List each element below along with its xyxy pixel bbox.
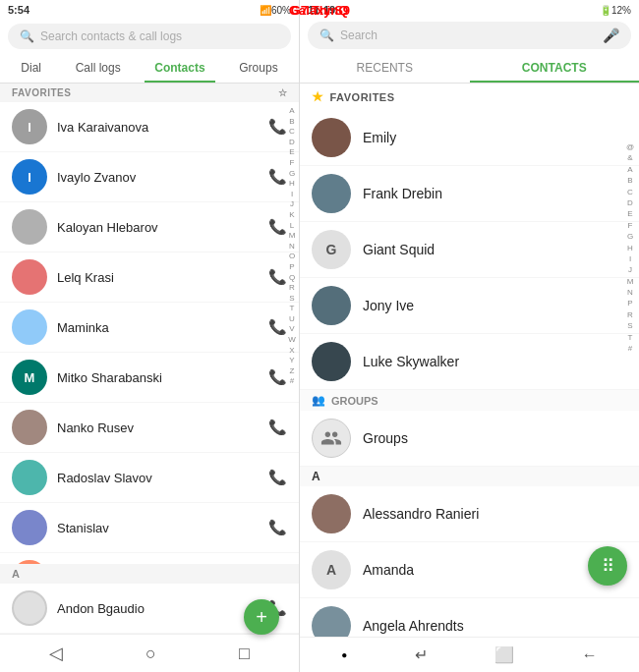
contact-row[interactable]: I Ivaylo Zvanov 📞	[0, 152, 299, 202]
bottom-nav-right: ● ↵ ⬜ ←	[300, 637, 639, 672]
favorite-contact-luke[interactable]: Luke Skywalker	[300, 334, 639, 390]
avatar	[12, 259, 47, 295]
search-icon-right: 🔍	[320, 28, 334, 42]
star-icon: ★	[312, 89, 324, 104]
groups-row[interactable]: Groups	[300, 411, 639, 467]
avatar: A	[312, 550, 351, 589]
contact-name: Jony Ive	[363, 298, 414, 313]
favorite-contact-frank[interactable]: Frank Drebin	[300, 166, 639, 222]
avatar: I	[12, 109, 47, 144]
contact-row-alessandro[interactable]: Alessandro Ranieri	[300, 486, 639, 542]
avatar: I	[12, 159, 47, 195]
avatar-luke	[312, 342, 351, 381]
contact-name: Maminka	[57, 320, 259, 335]
avatar	[12, 560, 47, 564]
right-panel: 11:19 Galaxy S9 🔋12% 🔍 Search 🎤 RECENTS …	[300, 0, 639, 672]
avatar-jony	[312, 286, 351, 325]
contact-name: Radoslav Slavov	[57, 471, 259, 485]
avatar: M	[12, 360, 47, 395]
search-bar-left[interactable]: 🔍 Search contacts & call logs	[8, 24, 291, 49]
contact-row[interactable]: Stanislav 📞	[0, 503, 299, 553]
contact-name: Iva Karaivanova	[57, 120, 259, 135]
search-icon-left: 🔍	[20, 29, 34, 43]
section-a-left: A	[0, 564, 299, 584]
contact-row[interactable]: Lelq Krasi 📞	[0, 252, 299, 303]
bottom-nav-left: ◁ ○ □	[0, 634, 299, 672]
favorites-header-right: ★ FAVORITES	[300, 84, 639, 110]
window-icon[interactable]: ⬜	[494, 645, 514, 664]
mic-icon-right[interactable]: 🎤	[603, 28, 619, 43]
search-bar-right[interactable]: 🔍 Search 🎤	[308, 22, 631, 49]
contacts-list-left[interactable]: I Iva Karaivanova 📞 I Ivaylo Zvanov 📞 Ka…	[0, 102, 299, 564]
tabs-row-right: RECENTS CONTACTS	[300, 53, 639, 84]
contact-name: Ivaylo Zvanov	[57, 170, 259, 185]
tab-contacts[interactable]: Contacts	[145, 53, 214, 83]
avatar-emily	[312, 118, 351, 157]
avatar-giant: G	[312, 230, 351, 269]
dot-icon: ●	[341, 649, 347, 660]
right-contacts-list[interactable]: ★ FAVORITES Emily Frank Drebin G Giant S…	[300, 84, 639, 637]
contact-name-andon: Andon Bgaudio	[57, 601, 259, 616]
avatar	[12, 309, 47, 345]
contact-name: Kaloyan Hlebarov	[57, 220, 259, 235]
avatar	[312, 606, 351, 637]
contact-row[interactable]: Tatko 📞	[0, 553, 299, 564]
avatar-groups	[312, 419, 351, 458]
contact-name: Stanislav	[57, 521, 259, 535]
contact-name: Frank Drebin	[363, 186, 442, 201]
favorite-contact-jony[interactable]: Jony Ive	[300, 278, 639, 334]
tab-calllogs[interactable]: Call logs	[66, 53, 131, 83]
forward-icon[interactable]: ↵	[415, 645, 428, 664]
groups-icon: 👥	[312, 394, 325, 407]
avatar	[312, 494, 351, 533]
contact-name: Lelq Krasi	[57, 270, 259, 285]
alpha-divider-a: A	[300, 467, 639, 486]
fab-left[interactable]: +	[244, 599, 279, 635]
contact-name: Angela Ahrendts	[363, 618, 464, 634]
contact-name: Giant Squid	[363, 242, 435, 257]
tabs-row-left: Dial Call logs Contacts Groups	[0, 53, 299, 84]
tab-dial[interactable]: Dial	[11, 53, 51, 83]
contact-name: Mitko Sharabanski	[57, 370, 259, 385]
groups-section-header: 👥 GROUPS	[300, 390, 639, 411]
contact-row[interactable]: I Iva Karaivanova 📞	[0, 102, 299, 152]
contact-row[interactable]: Nanko Rusev 📞	[0, 403, 299, 453]
contact-name: Groups	[363, 430, 408, 446]
search-placeholder-left: Search contacts & call logs	[40, 29, 182, 43]
favorite-contact-giant[interactable]: G Giant Squid	[300, 222, 639, 278]
avatar-frank	[312, 174, 351, 213]
status-bar-left: 5:54 G7 ThinQ 📶60%	[0, 0, 299, 20]
avatar	[12, 510, 47, 545]
contact-name: Nanko Rusev	[57, 420, 259, 435]
contact-name: Luke Skywalker	[363, 354, 459, 369]
tab-groups[interactable]: Groups	[229, 53, 287, 83]
recents-button[interactable]: □	[239, 644, 250, 664]
contact-row-angela[interactable]: Angela Ahrendts	[300, 598, 639, 637]
alpha-index-right: @ & A B C D E F G H I J M N P R S T #	[623, 84, 637, 637]
contact-row[interactable]: Maminka 📞	[0, 303, 299, 353]
alpha-index-left: A B C D E F G H I J K L M N O P Q R S T …	[285, 102, 299, 564]
contact-name: Amanda	[363, 562, 414, 578]
back-icon-right[interactable]: ←	[582, 646, 598, 664]
contact-row-andon[interactable]: Andon Bgaudio 📞 +	[0, 584, 299, 634]
contact-name: Emily	[363, 130, 396, 145]
search-placeholder-right: Search	[340, 28, 597, 42]
back-button[interactable]: ◁	[49, 643, 63, 664]
contact-row[interactable]: Kaloyan Hlebarov 📞	[0, 202, 299, 252]
device-label-right: Galaxy S9	[300, 3, 350, 18]
tab-contacts-right[interactable]: CONTACTS	[470, 53, 640, 83]
left-panel: 5:54 G7 ThinQ 📶60% 🔍 Search contacts & c…	[0, 0, 300, 672]
contact-name: Alessandro Ranieri	[363, 506, 479, 522]
avatar-andon	[12, 590, 47, 626]
tab-recents[interactable]: RECENTS	[300, 53, 470, 83]
avatar	[12, 410, 47, 445]
contact-row[interactable]: M Mitko Sharabanski 📞	[0, 353, 299, 403]
avatar	[12, 209, 47, 245]
home-button[interactable]: ○	[145, 644, 156, 664]
device-label-left: G7 ThinQ	[0, 3, 300, 18]
fab-right[interactable]: ⠿	[588, 546, 627, 586]
favorite-contact-emily[interactable]: Emily	[300, 110, 639, 166]
contact-row[interactable]: Radoslav Slavov 📞	[0, 453, 299, 503]
favorites-section-header: FAVORITES ☆	[0, 84, 299, 102]
avatar	[12, 460, 47, 495]
